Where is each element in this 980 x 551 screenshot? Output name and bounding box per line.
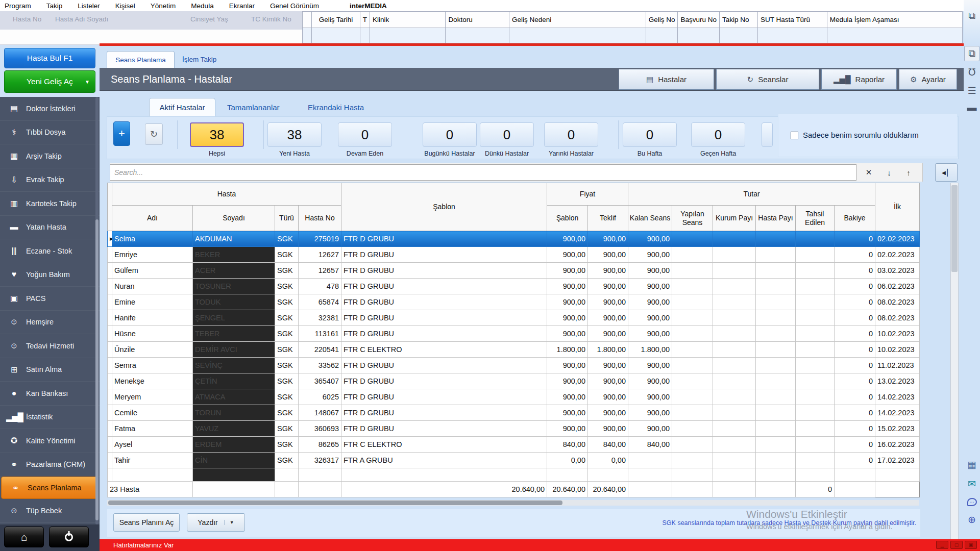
cell-tahsil[interactable] [796,263,835,279]
cell-soyadi[interactable]: TEBER [193,326,275,342]
visit-grid-col-6[interactable]: Başvuru No [678,12,720,28]
cell-hasta_no[interactable]: 365407 [299,373,341,389]
cell-kalan[interactable]: 900,00 [628,279,672,294]
cell-teklif[interactable]: 900,00 [588,247,628,263]
visit-grid-col-5[interactable]: Geliş No [646,12,678,28]
minimize-button[interactable]: ▁ [936,541,948,549]
sidebar-item-doktor-i-stekleri[interactable]: ▤Doktor İstekleri [0,97,100,121]
counter-button-devam-eden[interactable]: 0 [338,122,392,147]
subtab-ekrandaki-hasta[interactable]: Ekrandaki Hasta [308,98,364,116]
bed-icon[interactable]: ▬ [964,100,979,115]
sidebar-scrollbar-thumb[interactable] [95,219,99,520]
cell-kurum[interactable] [713,453,756,468]
cell-yapilan[interactable] [672,437,713,453]
cell-turu[interactable]: SGK [275,326,299,342]
table-row[interactable]: CemileTORUNSGK148067FTR D GRUBU900,00900… [108,405,920,421]
col-adi[interactable]: Adı [112,206,193,231]
cell-fiyat_sablon[interactable]: 900,00 [547,294,588,310]
cell-ilk[interactable]: 02.02.2023 [875,231,920,247]
only-my-patients-checkbox[interactable] [791,132,798,139]
add-button[interactable]: + [113,121,130,146]
counter-button-hepsi[interactable]: 38 [190,122,244,147]
group-tutar[interactable]: Tutar [628,183,875,206]
cell-hasta_payi[interactable] [756,231,796,247]
cell-kalan[interactable]: 900,00 [628,247,672,263]
sidebar-item-hem-ire[interactable]: ☺Hemşire [0,311,100,335]
cell-hasta_payi[interactable] [756,294,796,310]
stethoscope-icon[interactable]: ℧ [964,64,979,80]
cell-hasta_no[interactable]: 12627 [299,247,341,263]
cell-hasta_payi[interactable] [756,342,796,358]
cell-fiyat_sablon[interactable]: 900,00 [547,279,588,294]
cell-kurum[interactable] [713,263,756,279]
counter-button-d-nk-hastalar[interactable]: 0 [480,122,534,147]
pop-in-icon[interactable]: ⧉ [964,46,979,61]
menu-medula[interactable]: Medula [183,2,221,10]
cell-bakiye[interactable]: 0 [835,247,875,263]
visit-grid-col-1[interactable]: T [360,12,370,28]
cell-soyadi[interactable]: TODUK [193,294,275,310]
cell-tahsil[interactable] [796,373,835,389]
cell-hasta_payi[interactable] [756,326,796,342]
cell-tahsil[interactable] [796,453,835,468]
cell-yapilan[interactable] [672,231,713,247]
cell-soyadi[interactable]: ACER [193,263,275,279]
table-row[interactable]: SemraSEVİNÇSGK33562FTR D GRUBU900,00900,… [108,358,920,373]
cell-sablon[interactable]: FTR D GRUBU [341,389,547,405]
subtab-tamamlananlar[interactable]: Tamamlananlar [227,98,280,116]
cell-soyadi[interactable]: ERDEM [193,437,275,453]
cell-teklif[interactable]: 900,00 [588,326,628,342]
subtab-aktif-hastalar[interactable]: Aktif Hastalar [149,98,215,116]
col-bakiye[interactable]: Bakiye [835,206,875,231]
table-horizontal-scrollbar[interactable] [107,500,919,506]
cell-bakiye[interactable]: 0 [835,358,875,373]
cell-adi[interactable]: Hanife [112,310,193,326]
cell-fiyat_sablon[interactable]: 900,00 [547,358,588,373]
cell-hasta_payi[interactable] [756,263,796,279]
cell-kurum[interactable] [713,389,756,405]
cell-hasta_no[interactable]: 220541 [299,342,341,358]
sidebar-scrollbar[interactable] [95,97,99,524]
refresh-button[interactable]: ↻ [145,123,163,145]
cell-kalan[interactable] [628,453,672,468]
table-row[interactable]: MeryemATMACASGK6025FTR D GRUBU900,00900,… [108,389,920,405]
cell-hasta_payi[interactable] [756,389,796,405]
cell-hasta_no[interactable]: 360693 [299,421,341,437]
visit-grid-col-8[interactable]: SUT Hasta Türü [757,12,827,28]
group-fiyat[interactable]: Fiyat [547,183,628,206]
cell-tahsil[interactable] [796,231,835,247]
view-button-ayarlar[interactable]: ⚙Ayarlar [899,69,957,90]
view-button-seanslar[interactable]: ↻Seanslar [716,69,819,90]
cell-kurum[interactable] [713,231,756,247]
table-row[interactable]: NuranTOSUNERSGK478FTR D GRUBU900,00900,0… [108,279,920,294]
cell-adi[interactable]: Nuran [112,279,193,294]
col-ilk[interactable]: İlk [875,183,920,231]
cell-yapilan[interactable] [672,421,713,437]
cell-adi[interactable]: Selma [112,231,193,247]
sidebar-item-pazarlama-crm-[interactable]: ⚭Pazarlama (CRM) [0,453,100,477]
close-button[interactable]: ▣ [965,541,977,549]
sidebar-item-t-bbi-dosya[interactable]: ⚕Tıbbi Dosya [0,121,100,145]
cell-turu[interactable]: SGK [275,437,299,453]
group-hasta[interactable]: Hasta [112,183,341,206]
cell-turu[interactable]: SGK [275,453,299,468]
cell-hasta_no[interactable]: 326317 [299,453,341,468]
cell-ilk[interactable]: 15.02.2023 [875,421,920,437]
col-yapilan[interactable]: Yapılan Seans [672,206,713,231]
cell-adi[interactable]: Meryem [112,389,193,405]
cell-adi[interactable]: Hüsne [112,326,193,342]
col-teklif[interactable]: Teklif [588,206,628,231]
sidebar-item-kalite-y-netimi[interactable]: ✪Kalite Yönetimi [0,429,100,453]
counter-button-bu-hafta[interactable]: 0 [623,122,677,147]
cell-turu[interactable]: SGK [275,405,299,421]
cell-bakiye[interactable]: 0 [835,326,875,342]
cell-yapilan[interactable] [672,326,713,342]
table-row[interactable]: ÜnzileDEMİR AVCISGK220541FTR C ELEKTRO1.… [108,342,920,358]
cell-sablon[interactable]: FTR D GRUBU [341,294,547,310]
cell-fiyat_sablon[interactable]: 840,00 [547,437,588,453]
cell-soyadi[interactable]: TORUN [193,405,275,421]
cell-sablon[interactable]: FTR C ELEKTRO [341,342,547,358]
cell-kalan[interactable]: 900,00 [628,373,672,389]
table-row[interactable]: TahirCİNSGK326317FTR A GRUBU0,000,00017.… [108,453,920,468]
cell-kalan[interactable]: 900,00 [628,389,672,405]
